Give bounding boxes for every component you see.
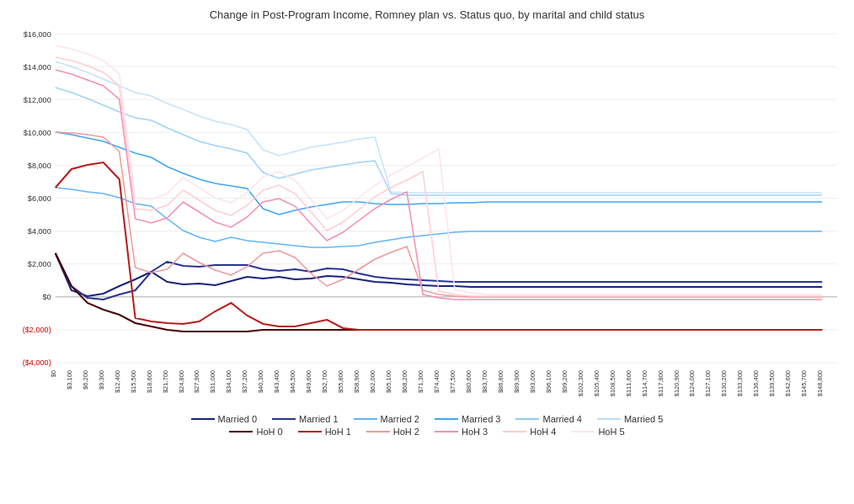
legend-label-married-5: Married 5 — [624, 414, 663, 424]
line-hoh-0 — [56, 253, 822, 332]
svg-text:$49,600: $49,600 — [305, 370, 312, 393]
svg-text:$93,000: $93,000 — [529, 370, 536, 393]
legend-line-married-0 — [191, 418, 215, 420]
svg-text:$62,000: $62,000 — [369, 370, 376, 393]
svg-text:$12,000: $12,000 — [24, 96, 51, 104]
svg-text:$3,100: $3,100 — [66, 370, 73, 390]
svg-text:$55,800: $55,800 — [337, 370, 344, 393]
svg-text:($2,000): ($2,000) — [23, 326, 51, 334]
legend-hoh-2: HoH 2 — [366, 427, 419, 437]
svg-text:$31,000: $31,000 — [209, 370, 216, 393]
legend-married-4: Married 4 — [515, 414, 581, 424]
svg-text:$83,700: $83,700 — [481, 370, 488, 393]
legend-label-married-4: Married 4 — [542, 414, 581, 424]
legend-label-married-2: Married 2 — [381, 414, 419, 424]
svg-text:$68,200: $68,200 — [401, 370, 408, 393]
svg-text:$127,100: $127,100 — [704, 370, 712, 396]
svg-text:$139,500: $139,500 — [768, 370, 776, 396]
line-married-4 — [56, 88, 822, 195]
svg-text:$65,100: $65,100 — [385, 370, 392, 393]
legend-label-hoh-2: HoH 2 — [393, 427, 419, 437]
legend-label-hoh-3: HoH 3 — [462, 427, 488, 437]
legend-married-5: Married 5 — [597, 414, 663, 424]
svg-text:$86,800: $86,800 — [497, 370, 504, 393]
svg-text:$58,900: $58,900 — [353, 370, 360, 393]
legend-married-2: Married 2 — [354, 414, 419, 424]
legend-line-hoh-3 — [435, 431, 458, 432]
svg-text:$145,700: $145,700 — [800, 370, 808, 396]
svg-text:$111,600: $111,600 — [625, 370, 632, 396]
legend-label-hoh-0: HoH 0 — [256, 427, 282, 437]
svg-text:$6,200: $6,200 — [82, 370, 89, 390]
main-chart-svg: $16,000 $14,000 $12,000 $10,000 $8,000 $… — [8, 25, 846, 412]
legend-line-hoh-2 — [366, 431, 390, 432]
svg-text:$34,100: $34,100 — [225, 370, 232, 393]
svg-text:$8,000: $8,000 — [28, 162, 51, 170]
line-married-2 — [56, 188, 822, 247]
legend-row-married: Married 0 Married 1 Married 2 Married 3 … — [191, 414, 664, 424]
svg-text:($4,000): ($4,000) — [23, 358, 51, 367]
svg-text:$130,200: $130,200 — [720, 370, 728, 396]
legend-label-hoh-4: HoH 4 — [530, 427, 556, 437]
legend-line-hoh-5 — [571, 431, 595, 432]
legend-married-0: Married 0 — [191, 414, 257, 424]
legend-row-hoh: HoH 0 HoH 1 HoH 2 HoH 3 HoH 4 HoH 5 — [229, 427, 624, 437]
svg-text:$37,200: $37,200 — [241, 370, 248, 393]
line-hoh-1 — [56, 162, 822, 330]
legend-label-hoh-1: HoH 1 — [325, 427, 351, 437]
legend-label-hoh-5: HoH 5 — [598, 427, 624, 437]
svg-text:$117,800: $117,800 — [656, 370, 664, 396]
svg-text:$27,900: $27,900 — [193, 370, 200, 393]
legend-line-married-1 — [272, 418, 296, 420]
svg-text:$18,600: $18,600 — [146, 370, 153, 393]
legend-hoh-1: HoH 1 — [298, 427, 351, 437]
svg-text:$15,500: $15,500 — [130, 370, 137, 393]
svg-text:$12,400: $12,400 — [114, 370, 121, 393]
svg-text:$120,900: $120,900 — [672, 370, 680, 396]
line-married-5 — [56, 61, 822, 193]
svg-text:$4,000: $4,000 — [28, 227, 51, 236]
svg-text:$40,300: $40,300 — [257, 370, 264, 393]
svg-text:$46,500: $46,500 — [289, 370, 296, 393]
svg-text:$21,700: $21,700 — [162, 370, 169, 393]
legend-hoh-3: HoH 3 — [435, 427, 488, 437]
legend-line-hoh-0 — [229, 431, 253, 432]
chart-title: Change in Post-Program Income, Romney pl… — [8, 8, 846, 21]
legend-label-married-1: Married 1 — [299, 414, 338, 424]
svg-text:$43,400: $43,400 — [273, 370, 280, 393]
legend-area: Married 0 Married 1 Married 2 Married 3 … — [8, 414, 846, 437]
svg-text:$24,800: $24,800 — [177, 370, 184, 393]
svg-text:$80,600: $80,600 — [465, 370, 472, 393]
legend-line-married-4 — [515, 418, 539, 420]
svg-text:$9,300: $9,300 — [98, 370, 105, 390]
svg-text:$10,000: $10,000 — [24, 129, 51, 137]
legend-hoh-0: HoH 0 — [229, 427, 282, 437]
chart-container: Change in Post-Program Income, Romney pl… — [0, 0, 854, 504]
svg-text:$133,300: $133,300 — [736, 370, 744, 396]
svg-text:$99,200: $99,200 — [561, 370, 568, 393]
svg-text:$105,400: $105,400 — [593, 370, 600, 396]
line-hoh-4 — [56, 57, 822, 296]
svg-text:$0: $0 — [50, 370, 57, 377]
legend-line-married-2 — [354, 418, 377, 420]
svg-text:$6,000: $6,000 — [28, 194, 51, 203]
svg-text:$102,300: $102,300 — [577, 370, 584, 396]
svg-text:$148,800: $148,800 — [816, 370, 824, 396]
svg-text:$0: $0 — [43, 293, 51, 301]
line-hoh-5 — [56, 45, 822, 294]
svg-text:$2,000: $2,000 — [28, 260, 51, 268]
line-married-1 — [56, 253, 822, 300]
legend-married-1: Married 1 — [272, 414, 338, 424]
legend-hoh-5: HoH 5 — [571, 427, 624, 437]
legend-hoh-4: HoH 4 — [503, 427, 556, 437]
legend-label-married-0: Married 0 — [218, 414, 257, 424]
svg-text:$136,400: $136,400 — [752, 370, 760, 396]
svg-text:$14,000: $14,000 — [24, 63, 51, 72]
svg-text:$74,400: $74,400 — [433, 370, 440, 393]
svg-text:$114,700: $114,700 — [641, 370, 649, 396]
svg-text:$142,600: $142,600 — [784, 370, 792, 396]
svg-text:$77,500: $77,500 — [449, 370, 456, 393]
svg-text:$16,000: $16,000 — [24, 30, 51, 39]
legend-line-married-5 — [597, 418, 621, 420]
svg-text:$96,100: $96,100 — [545, 370, 552, 393]
